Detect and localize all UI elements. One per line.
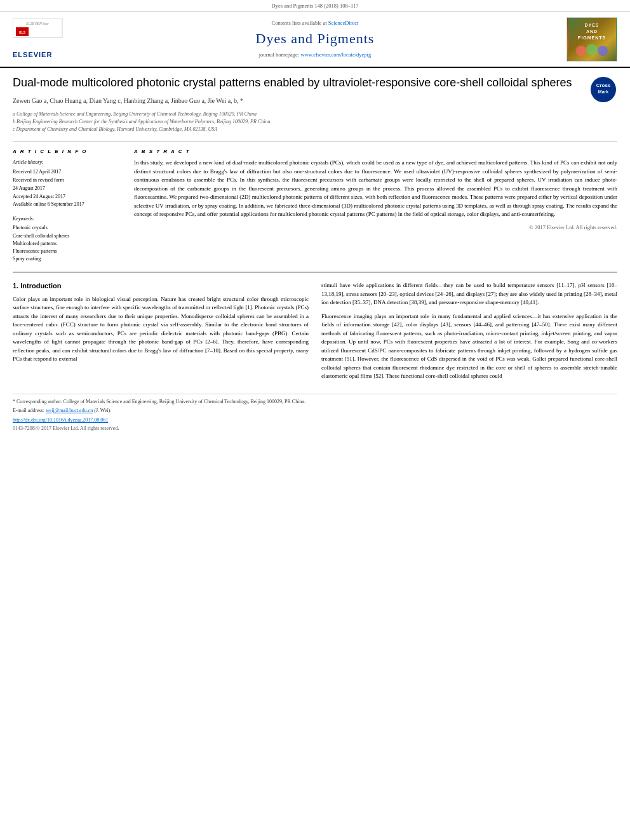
footnotes: * Corresponding author. College of Mater… (13, 394, 617, 432)
elsevier-text: ELSEVIER (13, 50, 52, 60)
email-link[interactable]: weij@mail.buct.edu.cn (46, 408, 93, 413)
keywords-label: Keywords: (13, 215, 124, 222)
crossmark-badge[interactable]: Cross Mark (589, 76, 617, 104)
received-revised-date: 24 August 2017 (13, 185, 124, 193)
sciencedirect-link[interactable]: ScienceDirect (328, 20, 359, 26)
abstract-heading: A B S T R A C T (134, 148, 617, 155)
affiliation-c: c Department of Chemistry and Chemical B… (13, 126, 617, 133)
elsevier-logo-svg: ELSEVIER logo ELS (13, 18, 64, 50)
doi-link[interactable]: http://dx.doi.org/10.1016/j.dyepig.2017.… (13, 417, 108, 423)
available-date: Available online 6 September 2017 (13, 201, 124, 209)
article-title: Dual-mode multicolored photonic crystal … (13, 76, 572, 89)
svg-point-8 (576, 46, 586, 56)
received-revised-label: Received in revised form (13, 177, 124, 185)
abstract-text: In this study, we developed a new kind o… (134, 159, 617, 219)
elsevier-logo: ELSEVIER logo ELS ELSEVIER (13, 18, 70, 60)
article-info-abstract-columns: A R T I C L E I N F O Article history: R… (13, 148, 617, 263)
keywords-section: Keywords: Photonic crystals Core-shell c… (13, 215, 124, 262)
body-right-column: stimuli have wide applications in differ… (321, 281, 617, 386)
keyword-2: Core-shell colloidal spheres (13, 232, 124, 239)
main-content: Dual-mode multicolored photonic crystal … (0, 68, 630, 445)
svg-text:Mark: Mark (598, 90, 608, 94)
affiliations: a College of Materials Science and Engin… (13, 110, 617, 133)
received-date: Received 12 April 2017 (13, 168, 124, 177)
keyword-5: Spray coating (13, 255, 124, 262)
copyright-line: © 2017 Elsevier Ltd. All rights reserved… (134, 224, 617, 232)
doi-line: http://dx.doi.org/10.1016/j.dyepig.2017.… (13, 417, 617, 423)
svg-text:DYES: DYES (584, 23, 599, 27)
journal-title: Dyes and Pigments (70, 29, 560, 49)
keyword-1: Photonic crystals (13, 224, 124, 231)
body-divider (13, 272, 617, 272)
crossmark-icon: Cross Mark (591, 77, 616, 102)
section1-para3: Fluorescence imaging plays an important … (321, 312, 617, 381)
journal-right-image: DYES AND PIGMENTS (560, 17, 617, 62)
homepage-link[interactable]: www.elsevier.com/locate/dyepig (300, 51, 371, 58)
contents-line: Contents lists available at ScienceDirec… (70, 20, 560, 27)
svg-text:AND: AND (586, 29, 597, 34)
history-label: Article history: (13, 159, 124, 167)
body-left-column: 1. Introduction Color plays an important… (13, 281, 309, 386)
abstract-column: A B S T R A C T In this study, we develo… (134, 148, 617, 263)
corresponding-text: * Corresponding author. College of Mater… (13, 399, 305, 404)
article-info-column: A R T I C L E I N F O Article history: R… (13, 148, 124, 263)
issn-line: 0143-7208/© 2017 Elsevier Ltd. All right… (13, 425, 617, 432)
section1-heading: 1. Introduction (13, 281, 309, 291)
svg-text:ELS: ELS (19, 30, 25, 34)
section1-para1: Color plays an important role in biologi… (13, 295, 309, 364)
accepted-date: Accepted 24 August 2017 (13, 193, 124, 201)
authors-text: Zewen Gao a, Chao Huang a, Dian Yang c, … (13, 97, 243, 104)
article-info-heading: A R T I C L E I N F O (13, 148, 124, 155)
journal-cover-thumbnail: DYES AND PIGMENTS (566, 17, 617, 62)
section1-heading-text: 1. Introduction (13, 282, 61, 290)
section1-para2: stimuli have wide applications in differ… (321, 281, 617, 307)
journal-center-info: Contents lists available at ScienceDirec… (70, 20, 560, 60)
homepage-line: journal homepage: www.elsevier.com/locat… (70, 51, 560, 59)
affiliation-b: b Beijing Engineering Research Center fo… (13, 118, 617, 126)
svg-text:ELSEVIER logo: ELSEVIER logo (26, 22, 49, 25)
journal-citation: Dyes and Pigments 148 (2018) 108–117 (0, 0, 630, 12)
authors-line: Zewen Gao a, Chao Huang a, Dian Yang c, … (13, 97, 617, 105)
article-title-block: Dual-mode multicolored photonic crystal … (13, 76, 617, 90)
svg-text:PIGMENTS: PIGMENTS (577, 36, 606, 40)
header-divider (13, 141, 617, 142)
svg-point-9 (586, 44, 598, 55)
journal-header: ELSEVIER logo ELS ELSEVIER Contents list… (0, 12, 630, 68)
keyword-3: Multicolored patterns (13, 240, 124, 247)
body-columns: 1. Introduction Color plays an important… (13, 281, 617, 386)
article-history: Article history: Received 12 April 2017 … (13, 159, 124, 209)
svg-point-10 (598, 46, 608, 56)
email-suffix: (J. Wei). (94, 408, 111, 413)
affiliation-a: a College of Materials Science and Engin… (13, 110, 617, 118)
email-footnote: E-mail address: weij@mail.buct.edu.cn (J… (13, 407, 617, 414)
citation-text: Dyes and Pigments 148 (2018) 108–117 (272, 3, 359, 9)
keyword-4: Fluorescence patterns (13, 248, 124, 255)
svg-text:Cross: Cross (596, 83, 610, 88)
email-label: E-mail address: (13, 408, 44, 413)
corresponding-footnote: * Corresponding author. College of Mater… (13, 398, 617, 405)
